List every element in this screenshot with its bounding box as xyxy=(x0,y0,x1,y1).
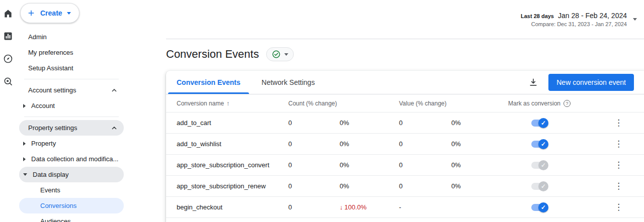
tab-label: Conversion Events xyxy=(177,78,240,86)
change-value: 0% xyxy=(340,119,349,127)
table-row: app_store_subscription_convert 0 ↓0% 0 0… xyxy=(166,155,644,176)
card-header: Conversion Events Network Settings New c… xyxy=(166,71,644,94)
date-range-picker[interactable]: Last 28 days Jan 28 - Feb 24, 2024 Compa… xyxy=(521,12,637,27)
sidebar-item-property[interactable]: Property xyxy=(19,136,124,151)
advertising-icon[interactable] xyxy=(3,76,14,87)
sidebar-item-label: Events xyxy=(40,186,60,194)
row-menu-button[interactable]: ⋮ xyxy=(614,161,623,169)
chevron-down-icon xyxy=(67,12,71,15)
row-conversion-name: add_to_wishlist xyxy=(177,140,288,148)
sidebar-item-account[interactable]: Account xyxy=(19,98,124,114)
tab-network-settings[interactable]: Network Settings xyxy=(251,71,326,94)
sidebar-item-label: Data collection and modifica... xyxy=(31,155,118,163)
row-conversion-name: app_store_subscription_renew xyxy=(177,182,288,190)
row-value: 0 xyxy=(399,119,451,127)
main-content: Last 28 days Jan 28 - Feb 24, 2024 Compa… xyxy=(166,0,644,222)
admin-sidebar: Create Admin My preferences Setup Assist… xyxy=(16,0,124,222)
column-header-label: Conversion name xyxy=(177,100,224,107)
sidebar-menu: Admin My preferences Setup Assistant Acc… xyxy=(16,29,124,222)
kebab-cell: ⋮ xyxy=(614,161,644,169)
mark-as-conversion-toggle[interactable]: ✓ xyxy=(531,141,547,148)
date-range-text: Last 28 days Jan 28 - Feb 24, 2024 Compa… xyxy=(521,12,627,27)
sidebar-item-data-display[interactable]: Data display xyxy=(19,167,124,182)
sidebar-section-label: Account settings xyxy=(28,86,76,94)
change-value: 0% xyxy=(340,182,349,190)
sidebar-item-label: Audiences xyxy=(40,217,71,222)
toggle-thumb-check-icon: ✓ xyxy=(538,181,548,191)
sidebar-item-label: Property xyxy=(31,140,56,147)
row-count: 0 xyxy=(288,119,340,127)
sidebar-section-account-settings[interactable]: Account settings xyxy=(19,82,124,98)
toggle-thumb-check-icon: ✓ xyxy=(538,160,548,170)
toggle-thumb-check-icon: ✓ xyxy=(538,202,548,212)
row-value-change: 0% xyxy=(451,119,499,127)
change-value: 0% xyxy=(340,161,349,169)
mark-as-conversion-toggle[interactable]: ✓ xyxy=(531,162,547,169)
sidebar-item-data-collection[interactable]: Data collection and modifica... xyxy=(19,151,124,167)
toggle-cell: ✓ xyxy=(531,120,547,127)
row-value-change: 0% xyxy=(451,182,499,190)
toggle-thumb-check-icon: ✓ xyxy=(538,139,548,149)
mark-as-conversion-toggle[interactable]: ✓ xyxy=(531,183,547,190)
new-conversion-event-button[interactable]: New conversion event xyxy=(548,74,634,91)
download-icon xyxy=(528,77,538,87)
create-label: Create xyxy=(40,9,62,17)
row-menu-button[interactable]: ⋮ xyxy=(614,203,623,211)
sort-ascending-icon: ↑ xyxy=(226,99,230,107)
sidebar-item-admin[interactable]: Admin xyxy=(19,29,124,45)
row-value-change: 0% xyxy=(451,161,499,169)
row-count: 0 xyxy=(288,203,340,211)
row-menu-button[interactable]: ⋮ xyxy=(614,119,623,127)
row-count-change: ↓0% xyxy=(340,161,399,169)
kebab-cell: ⋮ xyxy=(614,182,644,190)
sidebar-item-my-preferences[interactable]: My preferences xyxy=(19,45,124,60)
mark-as-conversion-toggle[interactable]: ✓ xyxy=(531,120,547,127)
kebab-cell: ⋮ xyxy=(614,140,644,148)
help-icon[interactable]: ? xyxy=(564,100,571,107)
sidebar-item-setup-assistant[interactable]: Setup Assistant xyxy=(19,60,124,76)
reports-icon[interactable] xyxy=(3,31,14,42)
explore-icon[interactable] xyxy=(3,53,14,64)
download-button[interactable] xyxy=(528,77,538,87)
change-value: 0% xyxy=(340,140,349,148)
sidebar-item-audiences[interactable]: Audiences xyxy=(19,213,124,222)
home-icon[interactable] xyxy=(3,8,14,19)
row-count-change: ↓0% xyxy=(340,140,399,148)
expander-right-icon xyxy=(23,142,26,146)
tab-conversion-events[interactable]: Conversion Events xyxy=(166,71,251,94)
mark-as-conversion-toggle[interactable]: ✓ xyxy=(531,204,547,211)
sidebar-item-conversions[interactable]: Conversions xyxy=(19,198,124,213)
page-status-dropdown[interactable] xyxy=(266,47,294,61)
toggle-thumb-check-icon: ✓ xyxy=(538,118,548,128)
sidebar-divider xyxy=(24,79,119,79)
row-menu-button[interactable]: ⋮ xyxy=(614,182,623,190)
sidebar-item-label: Account xyxy=(31,102,55,109)
column-header-conversion-name[interactable]: Conversion name ↑ xyxy=(177,99,288,107)
sidebar-section-property-settings[interactable]: Property settings xyxy=(19,120,124,136)
table-row: add_to_wishlist 0 ↓0% 0 0% ✓ ⋮ xyxy=(166,134,644,155)
row-count: 0 xyxy=(288,140,340,148)
table-row: begin_checkout 0 ↓100.0% - ✓ ⋮ xyxy=(166,197,644,218)
table-row: app_store_subscription_renew 0 ↓0% 0 0% … xyxy=(166,176,644,197)
date-range-value: Jan 28 - Feb 24, 2024 xyxy=(558,12,627,20)
row-conversion-name: app_store_subscription_convert xyxy=(177,161,288,169)
sidebar-item-events[interactable]: Events xyxy=(19,182,124,198)
chevron-down-icon xyxy=(284,53,288,56)
sidebar-item-label: Data display xyxy=(33,171,69,178)
kebab-cell: ⋮ xyxy=(614,203,644,211)
check-circle-icon xyxy=(272,50,281,59)
expander-right-icon xyxy=(23,157,26,161)
toggle-cell: ✓ xyxy=(531,204,547,211)
row-menu-button[interactable]: ⋮ xyxy=(614,140,623,148)
expander-down-icon xyxy=(23,173,27,176)
expander-right-icon xyxy=(23,104,26,108)
row-count: 0 xyxy=(288,161,340,169)
app-rail xyxy=(0,0,16,222)
topbar: Last 28 days Jan 28 - Feb 24, 2024 Compa… xyxy=(166,0,644,39)
date-preset-label: Last 28 days xyxy=(521,13,554,19)
create-button[interactable]: Create xyxy=(20,3,79,23)
sidebar-item-label: Setup Assistant xyxy=(28,64,73,72)
chevron-up-icon xyxy=(112,89,117,92)
trend-down-icon: ↓ xyxy=(340,203,343,211)
chevron-down-icon xyxy=(633,18,637,21)
